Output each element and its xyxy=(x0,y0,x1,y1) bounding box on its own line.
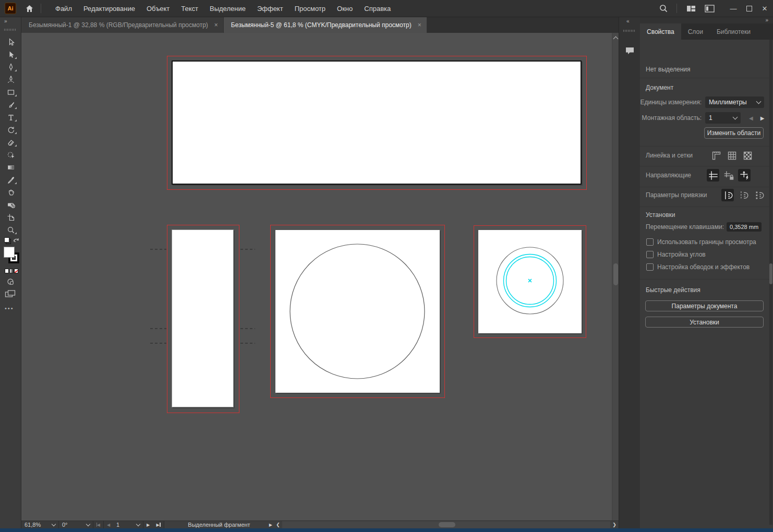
canvas-vscrollbar[interactable] xyxy=(612,33,619,521)
edit-artboards-button[interactable]: Изменить области xyxy=(704,127,764,139)
selection-tool[interactable] xyxy=(0,36,21,49)
menu-item-effect[interactable]: Эффект xyxy=(251,0,289,17)
shaper-tool[interactable] xyxy=(0,149,21,161)
guides-icon[interactable] xyxy=(707,169,719,182)
screen-mode-icon[interactable] xyxy=(5,289,16,299)
smart-guides-icon[interactable] xyxy=(738,169,751,182)
document-setup-button[interactable]: Параметры документа xyxy=(645,300,764,311)
eyedropper-tool[interactable] xyxy=(0,174,21,186)
checkbox-use-preview-bounds[interactable] xyxy=(646,238,654,246)
toolbar-expand-icon[interactable]: » xyxy=(4,18,7,24)
edit-toolbar-icon[interactable]: ••• xyxy=(5,305,14,311)
units-dropdown[interactable]: Миллиметры xyxy=(705,96,764,108)
menu-item-object[interactable]: Объект xyxy=(141,0,175,17)
hscrollbar-thumb[interactable] xyxy=(439,522,455,527)
label-die-cut-paths[interactable] xyxy=(478,230,582,333)
lock-guides-icon[interactable] xyxy=(722,169,735,182)
menu-item-file[interactable]: Файл xyxy=(50,0,78,17)
arrange-documents-icon[interactable] xyxy=(682,2,700,15)
gradient-swatch[interactable] xyxy=(9,269,14,273)
artboard-2[interactable] xyxy=(172,229,234,407)
maximize-button[interactable] xyxy=(742,2,756,15)
artboard-4[interactable] xyxy=(478,230,582,333)
eraser-tool[interactable] xyxy=(0,136,21,149)
panel-expand-icon[interactable]: » xyxy=(765,17,768,23)
artboard-3[interactable] xyxy=(275,230,440,393)
checkbox-scale-corners[interactable] xyxy=(646,251,654,258)
minimize-button[interactable]: — xyxy=(726,2,741,15)
zoom-level-field[interactable]: 61,8% xyxy=(21,521,59,528)
menu-item-window[interactable]: Окно xyxy=(331,0,358,17)
toolbar-grip[interactable] xyxy=(4,29,17,31)
close-tab-icon[interactable]: × xyxy=(418,21,421,29)
paintbrush-tool[interactable] xyxy=(0,99,21,111)
close-button[interactable]: ✕ xyxy=(757,2,772,15)
menu-item-help[interactable]: Справка xyxy=(358,0,396,17)
tab-properties[interactable]: Свойства xyxy=(640,23,681,40)
checkbox-scale-strokes-effects[interactable] xyxy=(646,263,654,271)
vscrollbar-thumb[interactable] xyxy=(613,263,618,285)
menu-item-type[interactable]: Текст xyxy=(175,0,204,17)
dock-grip[interactable] xyxy=(623,30,636,32)
next-artboard-icon[interactable]: ▶ xyxy=(760,115,765,121)
circle-path[interactable] xyxy=(275,230,440,393)
document-tab-1[interactable]: Безымянный-1 @ 32,88 % (RGB/Предваритель… xyxy=(21,17,223,33)
previous-artboard-button[interactable]: ◀ xyxy=(104,521,113,528)
previous-artboard-icon[interactable]: ◀ xyxy=(749,115,753,121)
document-tab-2[interactable]: Безымянный-5 @ 61,8 % (CMYK/Предваритель… xyxy=(224,17,427,33)
color-swatch[interactable] xyxy=(5,269,9,273)
next-artboard-button[interactable]: ▶ xyxy=(143,521,153,528)
chevron-down-icon xyxy=(756,99,762,104)
menu-item-edit[interactable]: Редактирование xyxy=(78,0,141,17)
scroll-left-icon[interactable]: ❮ xyxy=(274,521,282,528)
type-tool[interactable] xyxy=(0,111,21,124)
rotate-tool[interactable] xyxy=(0,124,21,136)
home-icon[interactable] xyxy=(23,2,35,15)
comments-panel-icon[interactable] xyxy=(623,44,636,57)
status-menu-icon[interactable]: ▶ xyxy=(269,523,272,527)
scroll-right-icon[interactable]: ❯ xyxy=(610,521,619,528)
ruler-icon[interactable] xyxy=(710,149,722,162)
tab-layers[interactable]: Слои xyxy=(681,23,710,40)
curvature-tool[interactable] xyxy=(0,74,21,86)
search-icon[interactable] xyxy=(656,2,671,15)
swap-fill-stroke-icon[interactable] xyxy=(13,237,20,244)
menu-item-select[interactable]: Выделение xyxy=(204,0,251,17)
zoom-tool[interactable] xyxy=(0,224,21,236)
snap-to-point-icon[interactable] xyxy=(753,189,765,201)
keyboard-increment-input[interactable]: 0,3528 mm xyxy=(727,222,762,232)
none-swatch[interactable] xyxy=(14,269,18,273)
fill-swatch[interactable] xyxy=(4,247,15,258)
hand-tool[interactable] xyxy=(0,186,21,199)
dock-collapse-icon[interactable]: « xyxy=(626,18,629,24)
last-artboard-button[interactable]: ▶ xyxy=(153,521,164,528)
workspace-switcher-icon[interactable] xyxy=(700,2,719,15)
close-tab-icon[interactable]: × xyxy=(214,21,218,29)
default-fill-stroke-icon[interactable] xyxy=(4,237,11,244)
rectangle-tool[interactable] xyxy=(0,86,21,99)
panel-scrollbar[interactable] xyxy=(769,40,772,525)
artboard-1[interactable] xyxy=(172,61,582,185)
snap-to-grid-icon[interactable] xyxy=(737,189,750,201)
shape-builder-tool[interactable] xyxy=(0,199,21,211)
canvas-hscrollbar[interactable] xyxy=(282,521,610,528)
rotation-field[interactable]: 0° xyxy=(59,521,93,528)
checkbox-row-scale-strokes-effects: Настройка обводок и эффектов xyxy=(646,263,750,271)
tab-libraries[interactable]: Библиотеки xyxy=(710,23,757,40)
canvas[interactable] xyxy=(21,33,619,521)
snap-to-pixel-icon[interactable] xyxy=(721,189,734,201)
first-artboard-button[interactable]: ◀ xyxy=(93,521,104,528)
menu-item-view[interactable]: Просмотр xyxy=(289,0,331,17)
artboard-number-field[interactable]: 1 xyxy=(113,521,143,528)
preferences-button[interactable]: Установки xyxy=(645,317,764,328)
panel-scrollbar-thumb[interactable] xyxy=(769,263,772,284)
grid-icon[interactable] xyxy=(726,149,738,162)
gradient-tool[interactable] xyxy=(0,161,21,174)
transparency-grid-icon[interactable] xyxy=(741,149,754,162)
scroll-up-icon[interactable] xyxy=(613,37,619,42)
drawing-modes-icon[interactable] xyxy=(6,277,15,286)
artboard-select[interactable]: 1 xyxy=(705,112,741,124)
artboard-tool[interactable] xyxy=(0,211,21,224)
direct-selection-tool[interactable] xyxy=(0,49,21,61)
pen-tool[interactable] xyxy=(0,61,21,74)
